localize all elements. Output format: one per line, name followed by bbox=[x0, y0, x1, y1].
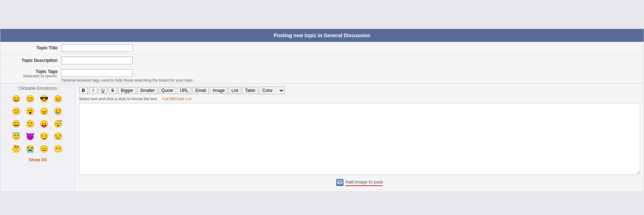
add-image-row: Add image to post bbox=[79, 176, 640, 189]
emoticons-grid: 😄😊😎😐😕😮😠😢😀🙂😛😴😇😈😏😒🤔😭😑😶 bbox=[3, 93, 73, 155]
strike-button[interactable]: S bbox=[108, 87, 117, 94]
add-image-button[interactable]: Add image to post bbox=[336, 179, 383, 186]
topic-title-row: Topic Title bbox=[0, 42, 644, 54]
emoticon-12[interactable]: 😇 bbox=[10, 131, 22, 142]
emoticon-10[interactable]: 😛 bbox=[38, 118, 50, 130]
topic-tags-label: Topic Tags Separated by spaces. bbox=[4, 69, 61, 78]
topic-title-input[interactable] bbox=[61, 44, 133, 52]
editor-main: B I U S Bigger Smaller Quote URL Email I… bbox=[75, 84, 644, 192]
image-button[interactable]: Image bbox=[210, 87, 227, 94]
toolbar: B I U S Bigger Smaller Quote URL Email I… bbox=[79, 87, 640, 94]
topic-tags-hint: Optional keyword tags used to help those… bbox=[61, 78, 194, 82]
topic-tags-row: Topic Tags Separated by spaces. Optional… bbox=[0, 67, 644, 83]
emoticons-panel: Clickable Emoticons 😄😊😎😐😕😮😠😢😀🙂😛😴😇😈😏😒🤔😭😑😶… bbox=[0, 84, 75, 192]
topic-description-label: Topic Description bbox=[4, 58, 61, 63]
emoticon-18[interactable]: 😑 bbox=[38, 143, 50, 155]
emoticon-19[interactable]: 😶 bbox=[52, 143, 64, 155]
editor-area: Clickable Emoticons 😄😊😎😐😕😮😠😢😀🙂😛😴😇😈😏😒🤔😭😑😶… bbox=[0, 84, 644, 192]
show-all-container: Show All bbox=[3, 157, 73, 162]
svg-point-1 bbox=[338, 181, 340, 182]
post-body-textarea[interactable] bbox=[79, 103, 640, 175]
bold-button[interactable]: B bbox=[79, 87, 88, 94]
emoticon-14[interactable]: 😏 bbox=[38, 131, 50, 142]
topic-tags-sublabel: Separated by spaces. bbox=[4, 74, 58, 78]
topic-description-row: Topic Description bbox=[0, 54, 644, 67]
emoticon-3[interactable]: 😐 bbox=[52, 93, 64, 104]
italic-button[interactable]: I bbox=[89, 87, 98, 94]
topic-tags-input[interactable] bbox=[61, 69, 133, 77]
add-image-icon bbox=[336, 179, 343, 186]
format-hint-text: Select text and click a style to format … bbox=[79, 97, 157, 101]
underline-button[interactable]: U bbox=[99, 87, 108, 94]
topic-title-label: Topic Title bbox=[4, 45, 61, 50]
emoticon-8[interactable]: 😀 bbox=[10, 118, 22, 130]
bigger-button[interactable]: Bigger bbox=[118, 87, 136, 94]
emoticons-title: Clickable Emoticons bbox=[3, 86, 73, 91]
form-section: Topic Title Topic Description Topic Tags… bbox=[0, 42, 644, 84]
emoticon-17[interactable]: 😭 bbox=[24, 143, 36, 155]
emoticon-16[interactable]: 🤔 bbox=[10, 143, 22, 155]
emoticon-2[interactable]: 😎 bbox=[38, 93, 50, 104]
email-button[interactable]: Email bbox=[192, 87, 209, 94]
url-button[interactable]: URL bbox=[177, 87, 191, 94]
emoticon-7[interactable]: 😢 bbox=[52, 106, 64, 117]
table-button[interactable]: Table bbox=[242, 87, 258, 94]
emoticon-0[interactable]: 😄 bbox=[10, 93, 22, 104]
emoticon-13[interactable]: 😈 bbox=[24, 131, 36, 142]
page-title: Posting new topic in General Discussion bbox=[274, 33, 371, 38]
emoticon-1[interactable]: 😊 bbox=[24, 93, 36, 104]
emoticon-4[interactable]: 😕 bbox=[10, 106, 22, 117]
page-header: Posting new topic in General Discussion bbox=[0, 29, 644, 42]
emoticon-11[interactable]: 😴 bbox=[52, 118, 64, 130]
emoticon-6[interactable]: 😠 bbox=[38, 106, 50, 117]
bbcode-list-link[interactable]: Full BBCode List bbox=[162, 97, 192, 101]
show-all-link[interactable]: Show All bbox=[29, 157, 46, 162]
smaller-button[interactable]: Smaller bbox=[137, 87, 158, 94]
quote-button[interactable]: Quote bbox=[159, 87, 176, 94]
emoticon-9[interactable]: 🙂 bbox=[24, 118, 36, 130]
add-image-label: Add image to post bbox=[345, 179, 383, 186]
emoticon-5[interactable]: 😮 bbox=[24, 106, 36, 117]
emoticon-15[interactable]: 😒 bbox=[52, 131, 64, 142]
format-hint: Select text and click a style to format … bbox=[79, 97, 640, 101]
topic-description-input[interactable] bbox=[61, 57, 133, 64]
color-select[interactable]: ColorRedBlueGreenOrangePurpleBlackWhite bbox=[259, 87, 284, 94]
list-button[interactable]: List bbox=[229, 87, 241, 94]
